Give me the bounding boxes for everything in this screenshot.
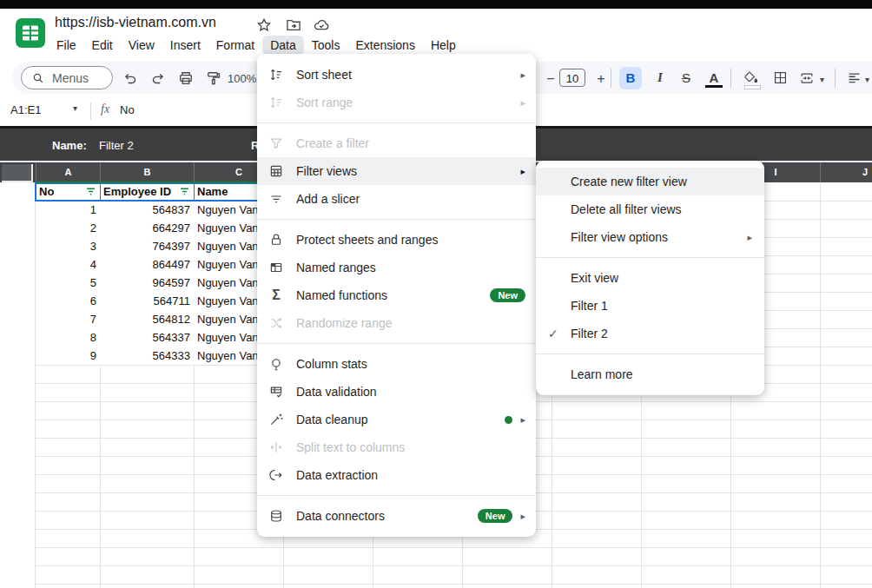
align-caret-icon[interactable]: ▾	[865, 75, 869, 84]
menu-item-label: Split text to columns	[296, 440, 514, 454]
gridline-horizontal	[35, 547, 872, 548]
cell-no[interactable]: 2	[36, 219, 100, 237]
menubar-item-view[interactable]: View	[121, 36, 162, 55]
cloud-saved-icon[interactable]	[313, 17, 330, 34]
menu-item-sort-range[interactable]: Sort range▸	[257, 89, 536, 116]
cell-employee-id[interactable]: 564812	[100, 310, 194, 328]
sheets-logo[interactable]	[16, 18, 45, 48]
borders-button[interactable]	[772, 69, 789, 87]
column-header-a[interactable]: A	[36, 162, 100, 182]
horizontal-align-button[interactable]	[846, 69, 863, 87]
menu-item-split-text-to-columns[interactable]: Split text to columns	[257, 433, 536, 461]
menu-item-right: New	[490, 288, 525, 302]
menubar-item-tools[interactable]: Tools	[304, 36, 348, 55]
cell-no[interactable]: 4	[36, 255, 100, 274]
increase-font-size-button[interactable]: +	[592, 71, 610, 89]
database-icon	[268, 507, 285, 525]
cell-no[interactable]: 8	[36, 328, 100, 347]
gridline-horizontal	[35, 565, 872, 566]
star-icon[interactable]	[255, 17, 273, 34]
cell-employee-id[interactable]: 564711	[100, 292, 194, 310]
submenu-item-filter-1[interactable]: Filter 1	[536, 292, 764, 320]
menu-item-sort-sheet[interactable]: Sort sheet▸	[257, 61, 536, 89]
column-header-j[interactable]: J	[820, 162, 872, 182]
cell-employee-id[interactable]: 564337	[100, 328, 194, 347]
submenu-item-learn-more[interactable]: Learn more	[536, 360, 764, 388]
submenu-item-delete-all-filter-views[interactable]: Delete all filter views	[536, 195, 764, 223]
menu-item-protect-sheets-and-ranges[interactable]: Protect sheets and ranges	[257, 226, 536, 254]
menu-item-data-extraction[interactable]: Data extraction	[257, 461, 536, 489]
menubar-item-edit[interactable]: Edit	[84, 36, 121, 55]
menu-item-data-cleanup[interactable]: Data cleanup▸	[257, 406, 536, 433]
submenu-item-create-new-filter-view[interactable]: Create new filter view	[536, 168, 764, 195]
cell-employee-id[interactable]: 564333	[100, 347, 194, 365]
funnel-icon	[268, 135, 285, 152]
name-box-caret-icon[interactable]: ▾	[73, 103, 77, 113]
menubar-item-extensions[interactable]: Extensions	[347, 36, 422, 55]
submenu-item-label: Filter view options	[571, 230, 747, 244]
menubar-item-data[interactable]: Data	[262, 36, 304, 55]
formula-bar-divider	[90, 102, 91, 120]
submenu-arrow-icon: ▸	[520, 69, 525, 81]
menubar-item-file[interactable]: File	[49, 36, 84, 55]
slicer-icon	[268, 190, 285, 208]
menubar-item-format[interactable]: Format	[208, 36, 262, 55]
menu-item-named-functions[interactable]: ΣNamed functionsNew	[257, 281, 536, 309]
sort-range-icon	[268, 94, 285, 111]
document-title[interactable]: https://isb-vietnam.com.vn	[55, 15, 216, 30]
menu-item-create-a-filter[interactable]: Create a filter	[257, 129, 536, 157]
filter-views-submenu: Create new filter viewDelete all filter …	[536, 161, 764, 395]
italic-button[interactable]: I	[651, 70, 669, 85]
menu-item-named-ranges[interactable]: Named ranges	[257, 254, 536, 281]
menu-item-right: ▸	[505, 414, 525, 426]
name-box[interactable]: A1:E1	[10, 103, 41, 116]
sort-sheet-icon	[268, 66, 285, 83]
cell-no[interactable]: 9	[36, 347, 100, 365]
menu-item-randomize-range[interactable]: Randomize range	[257, 309, 536, 337]
submenu-item-filter-2[interactable]: ✓Filter 2	[536, 320, 764, 347]
cell-no[interactable]: 1	[36, 201, 100, 219]
cell-employee-id[interactable]: 964597	[100, 274, 194, 292]
menu-item-right: ▸	[520, 69, 525, 81]
menu-divider	[257, 343, 536, 344]
cell-no[interactable]: 6	[36, 292, 100, 310]
cell-no[interactable]: 7	[36, 310, 100, 328]
cell-employee-id[interactable]: 764397	[100, 237, 194, 255]
cell-no[interactable]: 5	[36, 274, 100, 292]
lock-icon	[268, 231, 285, 248]
menu-item-column-stats[interactable]: Column stats	[257, 350, 536, 378]
column-header-b[interactable]: B	[100, 162, 194, 182]
menu-item-data-validation[interactable]: Data validation	[257, 378, 536, 406]
menus-search[interactable]: Menus	[21, 66, 113, 89]
merge-cells-button[interactable]	[798, 69, 816, 87]
strikethrough-button[interactable]: S	[677, 70, 695, 85]
move-to-folder-icon[interactable]	[285, 17, 302, 34]
print-button[interactable]	[177, 69, 195, 87]
cell-employee-id[interactable]: 664297	[100, 219, 194, 237]
menubar-item-help[interactable]: Help	[423, 36, 464, 55]
submenu-item-exit-view[interactable]: Exit view	[536, 264, 764, 292]
undo-button[interactable]	[122, 69, 139, 87]
formula-bar-value[interactable]: No	[120, 103, 135, 116]
menu-item-add-a-slicer[interactable]: Add a slicer	[257, 185, 536, 213]
select-all-corner[interactable]	[0, 162, 35, 182]
merge-cells-caret-icon[interactable]: ▾	[820, 75, 824, 84]
fill-color-button[interactable]	[743, 69, 760, 87]
bold-button[interactable]: B	[619, 67, 642, 89]
cell-no[interactable]: 3	[36, 237, 100, 255]
font-size-input[interactable]: 10	[559, 69, 585, 87]
paint-format-button[interactable]	[205, 69, 222, 87]
text-color-button[interactable]: A	[705, 70, 723, 88]
decrease-font-size-button[interactable]: −	[542, 71, 559, 89]
cell-employee-id[interactable]: 864497	[100, 255, 194, 274]
menubar-item-insert[interactable]: Insert	[162, 36, 208, 55]
submenu-item-filter-view-options[interactable]: Filter view options▸	[536, 223, 764, 251]
menu-divider	[257, 495, 536, 496]
cell-employee-id[interactable]: 564837	[100, 201, 194, 219]
menu-item-filter-views[interactable]: Filter views▸	[257, 157, 536, 185]
menu-item-data-connectors[interactable]: Data connectorsNew▸	[257, 502, 536, 530]
redo-button[interactable]	[149, 69, 167, 87]
menu-item-label: Create a filter	[296, 136, 514, 150]
filter-name-value[interactable]: Filter 2	[99, 139, 134, 152]
zoom-level[interactable]: 100%	[228, 72, 256, 85]
